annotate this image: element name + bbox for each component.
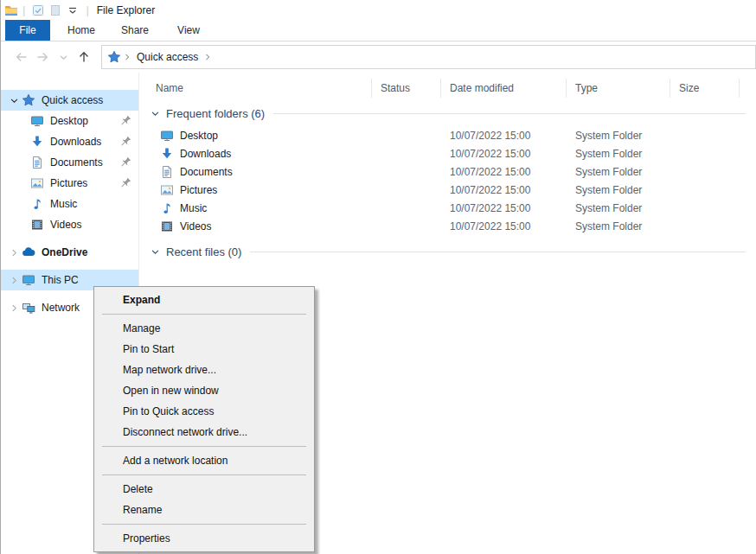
group-divider-line bbox=[250, 252, 746, 252]
menu-item-delete[interactable]: Delete bbox=[94, 479, 314, 500]
arrow-right-icon bbox=[35, 50, 49, 64]
menu-item-add-network-location[interactable]: Add a network location bbox=[94, 450, 314, 471]
titlebar-divider: | bbox=[22, 3, 25, 16]
documents-icon bbox=[160, 165, 174, 179]
column-header-date-modified[interactable]: Date modified bbox=[441, 79, 567, 98]
menu-item-pin-to-quick-access[interactable]: Pin to Quick access bbox=[94, 401, 314, 422]
sidebar-item-label: Videos bbox=[50, 219, 81, 231]
ribbon-tab-bar: File Home Share View bbox=[1, 20, 756, 41]
back-button[interactable] bbox=[11, 47, 32, 67]
quick-access-star-icon bbox=[107, 50, 121, 64]
sidebar-item-label: Music bbox=[50, 198, 77, 210]
breadcrumb-quick-access[interactable]: Quick access bbox=[137, 51, 198, 63]
file-type: System Folder bbox=[567, 220, 670, 232]
chevron-down-icon[interactable] bbox=[151, 247, 160, 257]
tab-home[interactable]: Home bbox=[59, 20, 104, 41]
chevron-down-icon bbox=[59, 53, 68, 62]
recent-locations-button[interactable] bbox=[53, 47, 74, 67]
music-icon bbox=[30, 197, 44, 211]
file-explorer-window: | | File Explorer File Home Share View bbox=[0, 0, 756, 554]
menu-item-expand[interactable]: Expand bbox=[94, 290, 314, 310]
menu-item-rename[interactable]: Rename bbox=[94, 500, 314, 520]
group-header-recent-files[interactable]: Recent files (0) bbox=[139, 242, 756, 261]
pin-icon bbox=[119, 176, 132, 190]
file-date-modified: 10/07/2022 15:00 bbox=[441, 166, 567, 178]
desktop-icon bbox=[160, 129, 174, 143]
menu-item-properties[interactable]: Properties bbox=[94, 528, 314, 549]
sidebar-item-label: Quick access bbox=[42, 94, 103, 106]
pin-icon bbox=[119, 135, 132, 149]
breadcrumb-chevron-icon[interactable] bbox=[123, 53, 131, 61]
arrow-up-icon bbox=[77, 50, 91, 64]
chevron-right-icon[interactable] bbox=[6, 245, 22, 259]
sidebar-item-videos[interactable]: Videos bbox=[1, 214, 138, 235]
navigation-bar: Quick access bbox=[1, 41, 756, 73]
qat-new-folder-button[interactable] bbox=[47, 2, 64, 19]
menu-item-open-in-new-window[interactable]: Open in new window bbox=[94, 380, 314, 401]
file-row-downloads[interactable]: Downloads 10/07/2022 15:00 System Folder bbox=[139, 144, 756, 162]
tab-share[interactable]: Share bbox=[112, 20, 157, 41]
column-header-name[interactable]: Name bbox=[139, 79, 372, 98]
up-button[interactable] bbox=[74, 47, 94, 67]
file-type: System Folder bbox=[567, 130, 670, 142]
qat-properties-button[interactable] bbox=[29, 2, 47, 19]
videos-icon bbox=[160, 220, 174, 233]
file-row-music[interactable]: Music 10/07/2022 15:00 System Folder bbox=[139, 199, 756, 217]
file-type: System Folder bbox=[567, 166, 670, 178]
file-name: Desktop bbox=[180, 130, 218, 142]
column-headers: Name Status Date modified Type Size bbox=[139, 77, 756, 99]
window-title: File Explorer bbox=[97, 4, 155, 16]
pictures-icon bbox=[160, 183, 174, 197]
column-header-size[interactable]: Size bbox=[670, 79, 740, 98]
column-header-status[interactable]: Status bbox=[372, 79, 441, 98]
pictures-icon bbox=[30, 176, 44, 190]
chevron-right-icon[interactable] bbox=[6, 301, 22, 315]
sidebar-item-label: Pictures bbox=[50, 177, 87, 189]
sidebar-item-documents[interactable]: Documents bbox=[1, 152, 138, 173]
file-name: Downloads bbox=[180, 148, 231, 160]
arrow-left-icon bbox=[15, 50, 29, 64]
file-row-pictures[interactable]: Pictures 10/07/2022 15:00 System Folder bbox=[139, 181, 756, 199]
sidebar-item-pictures[interactable]: Pictures bbox=[1, 173, 138, 194]
sidebar-item-onedrive[interactable]: OneDrive bbox=[1, 242, 138, 263]
menu-item-manage[interactable]: Manage bbox=[94, 318, 314, 339]
frequent-folders-list: Desktop 10/07/2022 15:00 System Folder D… bbox=[139, 126, 756, 235]
titlebar-divider: | bbox=[86, 3, 88, 16]
music-icon bbox=[160, 201, 174, 215]
tab-file[interactable]: File bbox=[5, 20, 50, 41]
file-name: Videos bbox=[180, 220, 211, 232]
address-bar[interactable]: Quick access bbox=[101, 45, 756, 69]
sidebar-item-quick-access[interactable]: Quick access bbox=[1, 90, 138, 111]
downloads-icon bbox=[30, 135, 44, 149]
menu-separator bbox=[102, 314, 306, 315]
network-icon bbox=[22, 301, 35, 315]
tab-view[interactable]: View bbox=[166, 20, 211, 41]
chevron-down-icon[interactable] bbox=[151, 109, 160, 118]
file-row-desktop[interactable]: Desktop 10/07/2022 15:00 System Folder bbox=[139, 126, 756, 144]
forward-button[interactable] bbox=[32, 47, 53, 67]
group-header-frequent-folders[interactable]: Frequent folders (6) bbox=[139, 104, 756, 123]
file-type: System Folder bbox=[567, 148, 670, 160]
properties-icon bbox=[31, 3, 45, 17]
menu-item-disconnect-network-drive[interactable]: Disconnect network drive... bbox=[94, 422, 314, 443]
file-date-modified: 10/07/2022 15:00 bbox=[441, 148, 567, 160]
file-row-documents[interactable]: Documents 10/07/2022 15:00 System Folder bbox=[139, 162, 756, 181]
downloads-icon bbox=[160, 147, 174, 161]
documents-icon bbox=[30, 156, 44, 169]
sidebar-item-music[interactable]: Music bbox=[1, 194, 138, 214]
chevron-right-icon[interactable] bbox=[6, 273, 22, 287]
qat-customize-button[interactable] bbox=[64, 2, 81, 19]
menu-item-map-network-drive[interactable]: Map network drive... bbox=[94, 360, 314, 380]
onedrive-cloud-icon bbox=[22, 245, 35, 259]
file-name: Documents bbox=[180, 166, 233, 178]
chevron-down-icon[interactable] bbox=[6, 93, 22, 107]
sidebar-item-downloads[interactable]: Downloads bbox=[1, 131, 138, 152]
column-header-type[interactable]: Type bbox=[567, 79, 670, 98]
menu-item-pin-to-start[interactable]: Pin to Start bbox=[94, 339, 314, 360]
file-row-videos[interactable]: Videos 10/07/2022 15:00 System Folder bbox=[139, 217, 756, 235]
sidebar-item-label: Network bbox=[42, 302, 80, 314]
file-name: Music bbox=[180, 202, 207, 214]
sidebar-item-desktop[interactable]: Desktop bbox=[1, 111, 138, 131]
menu-separator bbox=[102, 446, 306, 447]
breadcrumb-chevron-icon[interactable] bbox=[203, 53, 212, 61]
